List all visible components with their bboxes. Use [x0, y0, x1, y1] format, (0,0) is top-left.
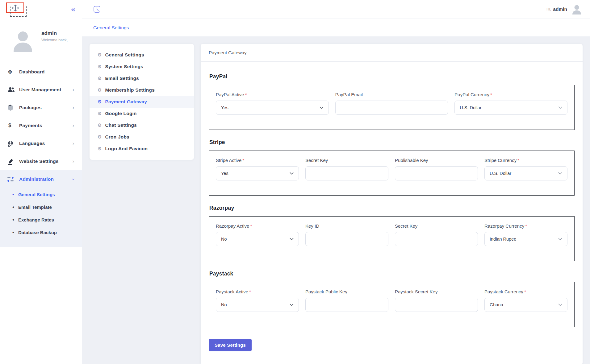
stripe-currency-select[interactable]: U.S. Dollar — [484, 166, 567, 180]
required-asterisk: * — [249, 289, 251, 294]
chevron-down-icon — [320, 106, 324, 109]
settings-nav-label: General Settings — [105, 52, 144, 58]
required-asterisk: * — [517, 158, 519, 163]
razorpay-active-select[interactable]: No — [216, 232, 299, 246]
sidebar-nav: ❖ Dashboard User Management › Packages ›… — [0, 63, 82, 247]
settings-nav-chat-settings[interactable]: ⚙ Chat Settings — [90, 119, 194, 131]
sidebar-item-user-management[interactable]: User Management › — [0, 81, 82, 99]
select-value: U.S. Dollar — [490, 171, 511, 176]
field-label: Razorpay Active* — [216, 223, 299, 229]
content: ⚙ General Settings ⚙ System Settings ⚙ E… — [82, 36, 590, 364]
paystack-public-key-input[interactable] — [305, 298, 388, 312]
field-label: PayPal Active* — [216, 92, 329, 97]
sidebar-item-label: User Management — [19, 87, 61, 93]
paypal-currency-select[interactable]: U.S. Dollar — [454, 101, 567, 115]
chevron-down-icon — [290, 172, 294, 175]
settings-nav-google-login[interactable]: ⚙ Google Login — [90, 108, 194, 119]
razorpay-key-id-input[interactable] — [305, 232, 388, 246]
required-asterisk: * — [524, 289, 526, 294]
select-value: No — [221, 302, 227, 307]
sidebar-subitem-email-template[interactable]: • Email Template — [0, 201, 82, 213]
sidebar-subitem-general-settings[interactable]: • General Settings — [0, 188, 82, 201]
breadcrumb-link[interactable]: General Settings — [93, 25, 129, 31]
paystack-fieldset: Paystack Active* No Paystack Public Key — [209, 282, 575, 327]
settings-nav-label: Logo And Favicon — [105, 146, 148, 151]
stripe-publishable-key-input[interactable] — [395, 166, 478, 180]
chevron-right-icon: › — [72, 123, 74, 128]
save-settings-button[interactable]: Save Settings — [209, 339, 252, 351]
globe-icon — [7, 140, 17, 147]
dollar-icon: $ — [7, 122, 17, 129]
topbar: Hi, admin — [82, 0, 590, 19]
field-label: Key ID — [305, 223, 388, 229]
topbar-username: admin — [553, 6, 567, 12]
sidebar-subitem-database-backup[interactable]: • Database Backup — [0, 226, 82, 239]
settings-nav-label: Chat Settings — [105, 122, 137, 128]
stripe-active-select[interactable]: Yes — [216, 166, 299, 180]
section-title-razorpay: Razorpay — [209, 205, 575, 211]
field-label: PayPal Email — [335, 92, 448, 97]
field-label: Paystack Public Key — [305, 289, 388, 294]
settings-nav-membership-settings[interactable]: ⚙ Membership Settings — [90, 84, 194, 96]
settings-nav-label: Email Settings — [105, 76, 139, 81]
required-asterisk: * — [242, 158, 244, 163]
sidebar-collapse-icon[interactable]: « — [71, 6, 75, 13]
sidebar-item-dashboard[interactable]: ❖ Dashboard — [0, 63, 82, 81]
select-value: Yes — [221, 105, 228, 110]
sidebar-item-administration[interactable]: Administration › — [0, 170, 82, 188]
sidebar-item-website-settings[interactable]: Website Settings › — [0, 152, 82, 170]
sidebar-item-label: Website Settings — [19, 159, 59, 164]
paypal-active-select[interactable]: Yes — [216, 101, 329, 115]
broken-logo-image[interactable] — [6, 2, 30, 17]
topbar-avatar[interactable] — [571, 4, 582, 14]
paystack-active-select[interactable]: No — [216, 298, 299, 312]
settings-nav-general-settings[interactable]: ⚙ General Settings — [90, 49, 194, 61]
sidebar-item-payments[interactable]: $ Payments › — [0, 117, 82, 134]
settings-nav-email-settings[interactable]: ⚙ Email Settings — [90, 72, 194, 84]
paystack-secret-key-input[interactable] — [395, 298, 478, 312]
settings-nav-logo-and-favicon[interactable]: ⚙ Logo And Favicon — [90, 143, 194, 155]
chevron-down-icon — [558, 172, 562, 175]
bullet-icon: • — [12, 205, 14, 210]
bullet-icon: • — [12, 230, 14, 235]
field-label: PayPal Currency* — [454, 92, 567, 97]
razorpay-secret-key-input[interactable] — [395, 232, 478, 246]
main-area: Hi, admin General Settings ⚙ General Set… — [82, 0, 590, 364]
sidebar-item-packages[interactable]: Packages › — [0, 99, 82, 117]
settings-nav-cron-jobs[interactable]: ⚙ Cron Jobs — [90, 131, 194, 143]
chevron-down-icon — [558, 238, 562, 240]
select-value: U.S. Dollar — [460, 105, 481, 110]
gear-icon: ⚙ — [98, 76, 102, 81]
sidebar-subitem-exchange-rates[interactable]: • Exchange Rates — [0, 213, 82, 226]
chevron-right-icon: › — [72, 105, 74, 110]
settings-nav-label: Google Login — [105, 111, 136, 116]
paypal-fieldset: PayPal Active* Yes PayPal Email — [209, 85, 575, 130]
section-title-stripe: Stripe — [209, 139, 575, 146]
card-title: Payment Gateway — [201, 44, 583, 62]
sidebar-item-languages[interactable]: Languages › — [0, 134, 82, 152]
sidebar-item-label: Packages — [19, 105, 42, 110]
section-title-paystack: Paystack — [209, 271, 575, 277]
sidebar-subitem-label: Database Backup — [18, 230, 57, 235]
users-icon — [7, 87, 17, 93]
settings-nav-card: ⚙ General Settings ⚙ System Settings ⚙ E… — [90, 44, 194, 160]
settings-nav-system-settings[interactable]: ⚙ System Settings — [90, 61, 194, 72]
gear-icon: ⚙ — [98, 147, 102, 151]
sidebar-user-block: admin Welcome back, — [0, 19, 82, 56]
field-label: Paystack Currency* — [484, 289, 567, 294]
paypal-email-input[interactable] — [335, 101, 448, 115]
settings-nav-payment-gateway[interactable]: ⚙ Payment Gateway — [90, 96, 194, 108]
clock-toggle-icon[interactable] — [93, 6, 101, 13]
paystack-currency-select[interactable]: Ghana — [484, 298, 567, 312]
stripe-secret-key-input[interactable] — [305, 166, 388, 180]
gear-icon: ⚙ — [98, 135, 102, 139]
sidebar-admin-section: Administration › • General Settings • Em… — [0, 170, 82, 247]
sidebar-item-label: Payments — [19, 123, 42, 128]
user-welcome-text: Welcome back, — [41, 38, 68, 42]
required-asterisk: * — [490, 92, 492, 97]
field-label: Secret Key — [305, 158, 388, 163]
razorpay-currency-select[interactable]: Indian Rupee — [484, 232, 567, 246]
sidebar-header: « — [0, 0, 82, 19]
chevron-down-icon — [290, 304, 294, 306]
chevron-down-icon — [558, 106, 562, 109]
